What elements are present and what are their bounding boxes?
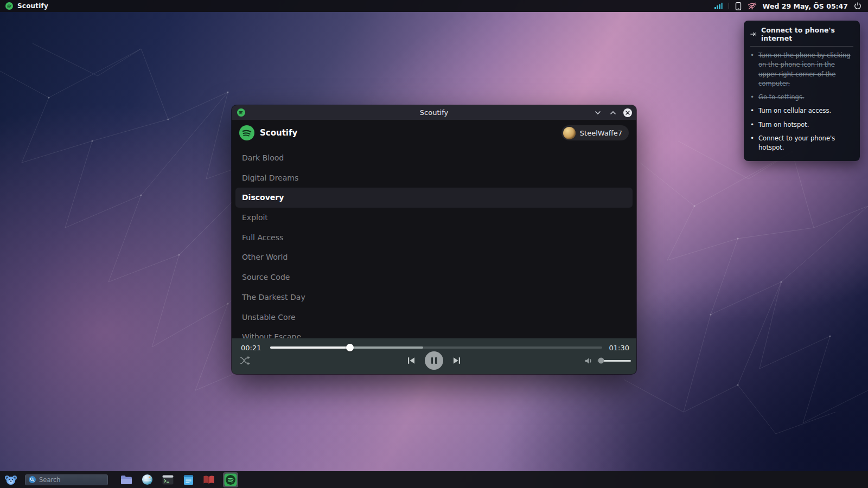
cellular-signal-icon[interactable] bbox=[714, 3, 723, 9]
next-track-button[interactable] bbox=[451, 355, 463, 367]
scoutify-taskbar-button[interactable] bbox=[223, 472, 238, 487]
player-controls bbox=[232, 351, 636, 370]
reader-app-button[interactable] bbox=[202, 473, 215, 486]
song-list: Dark Blood Digital Dreams Discovery Expl… bbox=[235, 148, 633, 338]
previous-track-button[interactable] bbox=[405, 355, 417, 367]
brand-name: Scoutify bbox=[260, 128, 297, 138]
system-tray: Wed 29 May, ÖS 05:47 bbox=[714, 0, 868, 12]
volume-handle[interactable] bbox=[598, 358, 604, 364]
song-row-selected[interactable]: Discovery bbox=[235, 188, 633, 208]
transport-controls bbox=[405, 351, 463, 370]
scoutify-window: Scoutify bbox=[232, 105, 636, 374]
bullet-icon: • bbox=[750, 51, 754, 88]
song-row[interactable]: Source Code bbox=[235, 267, 633, 287]
scoutify-app-icon bbox=[224, 473, 237, 486]
desktop: Scoutify Wed 29 May, ÖS 05:47 bbox=[0, 0, 868, 488]
song-row[interactable]: Exploit bbox=[235, 208, 633, 228]
terminal-app-button[interactable] bbox=[161, 473, 174, 486]
skip-next-icon bbox=[452, 356, 462, 365]
song-row[interactable]: Without Escape bbox=[235, 327, 633, 338]
chevron-up-icon bbox=[610, 111, 616, 115]
focused-app-menu[interactable]: Scoutify bbox=[0, 0, 48, 12]
topbar-app-name: Scoutify bbox=[17, 2, 48, 10]
seek-slider[interactable] bbox=[270, 346, 602, 349]
clock[interactable]: Wed 29 May, ÖS 05:47 bbox=[763, 2, 848, 10]
window-title: Scoutify bbox=[420, 108, 448, 117]
shuffle-button[interactable] bbox=[238, 354, 252, 368]
volume-icon[interactable] bbox=[584, 357, 593, 365]
taskbar bbox=[0, 471, 868, 488]
arrow-to-bar-icon bbox=[750, 31, 757, 37]
scoutify-logo-icon bbox=[239, 125, 254, 140]
search-icon bbox=[29, 476, 36, 483]
bullet-icon: • bbox=[750, 120, 754, 130]
song-row[interactable]: Full Access bbox=[235, 228, 633, 248]
volume-control bbox=[584, 355, 631, 366]
chevron-down-icon bbox=[595, 111, 601, 115]
task-item: • Turn on the phone by clicking on the p… bbox=[750, 51, 853, 88]
brand: Scoutify bbox=[239, 125, 297, 140]
browser-app-button[interactable] bbox=[141, 473, 154, 486]
files-app-button[interactable] bbox=[120, 473, 133, 486]
task-item: • Turn on hotspot. bbox=[750, 120, 853, 130]
task-panel-header: Connect to phone's internet bbox=[750, 26, 853, 47]
close-icon bbox=[626, 111, 630, 115]
skip-previous-icon bbox=[406, 356, 416, 365]
phone-icon[interactable] bbox=[735, 2, 742, 10]
tray-divider bbox=[729, 3, 729, 9]
maximize-button[interactable] bbox=[608, 108, 618, 118]
avatar bbox=[563, 127, 576, 139]
shuffle-icon bbox=[239, 355, 251, 366]
volume-slider[interactable] bbox=[597, 360, 631, 362]
minimize-button[interactable] bbox=[593, 108, 603, 118]
pause-icon bbox=[431, 357, 433, 364]
top-system-bar: Scoutify Wed 29 May, ÖS 05:47 bbox=[0, 0, 868, 12]
user-account-button[interactable]: SteelWaffe7 bbox=[561, 125, 629, 140]
song-row[interactable]: The Darkest Day bbox=[235, 287, 633, 307]
folder-icon bbox=[120, 475, 132, 485]
close-button[interactable] bbox=[623, 108, 632, 117]
taskbar-search[interactable] bbox=[25, 474, 108, 485]
song-row[interactable]: Unstable Core bbox=[235, 307, 633, 328]
seek-played bbox=[270, 346, 350, 349]
bullet-icon: • bbox=[750, 106, 754, 115]
app-header: Scoutify SteelWaffe7 bbox=[232, 120, 636, 146]
notes-app-button[interactable] bbox=[182, 473, 195, 486]
book-icon bbox=[203, 475, 215, 485]
wifi-off-icon[interactable] bbox=[748, 2, 757, 10]
seek-handle[interactable] bbox=[346, 344, 354, 351]
search-input[interactable] bbox=[39, 476, 99, 484]
task-checklist-panel: Connect to phone's internet • Turn on th… bbox=[744, 21, 860, 161]
scoutify-app-icon bbox=[237, 108, 245, 117]
scoutify-app-icon bbox=[5, 2, 13, 10]
task-item: • Go to settings. bbox=[750, 93, 853, 102]
pause-button[interactable] bbox=[425, 351, 443, 370]
window-titlebar[interactable]: Scoutify bbox=[232, 105, 636, 120]
app-launcher-button[interactable] bbox=[4, 473, 17, 486]
song-row[interactable]: Digital Dreams bbox=[235, 168, 633, 188]
song-row[interactable]: Dark Blood bbox=[235, 148, 633, 168]
task-item: • Connect to your phone's hotspot. bbox=[750, 134, 853, 153]
bullet-icon: • bbox=[750, 93, 754, 102]
volume-fill bbox=[601, 360, 631, 362]
terminal-icon bbox=[162, 475, 174, 485]
power-icon[interactable] bbox=[854, 2, 861, 10]
task-panel-title: Connect to phone's internet bbox=[761, 26, 853, 42]
username: SteelWaffe7 bbox=[580, 129, 622, 137]
song-row[interactable]: Other World bbox=[235, 247, 633, 267]
task-item: • Turn on cellular access. bbox=[750, 106, 853, 115]
player-bar: 00:21 01:30 bbox=[232, 338, 636, 374]
bear-launcher-icon bbox=[4, 474, 17, 485]
window-controls bbox=[593, 105, 632, 120]
browser-globe-icon bbox=[142, 474, 153, 485]
task-list: • Turn on the phone by clicking on the p… bbox=[750, 51, 853, 152]
notepad-icon bbox=[183, 474, 194, 485]
bullet-icon: • bbox=[750, 134, 754, 153]
